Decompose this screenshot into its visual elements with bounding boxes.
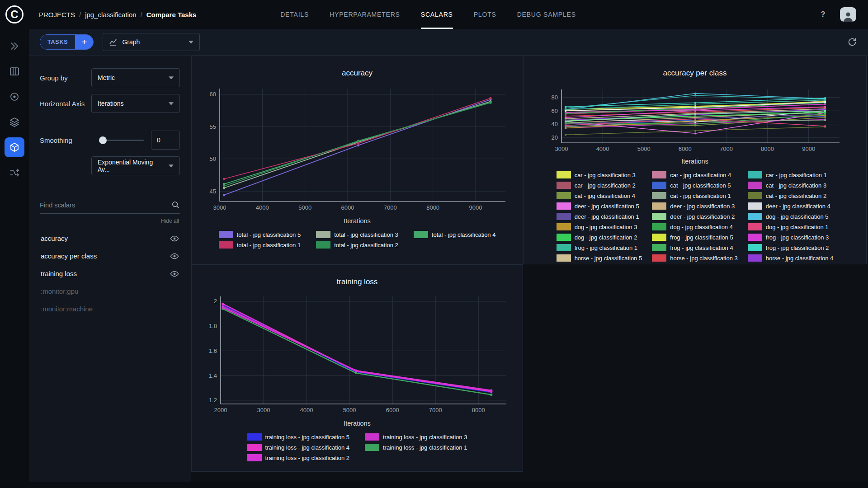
legend-label: dog - jpg classification 4 — [670, 224, 733, 230]
tab-scalars[interactable]: SCALARS — [421, 0, 453, 29]
legend-item[interactable]: dog - jpg classification 1 — [748, 223, 834, 230]
search-input[interactable] — [40, 202, 171, 209]
horizontal-axis-select[interactable]: Iterations — [91, 94, 180, 113]
help-icon[interactable]: ? — [817, 9, 829, 21]
accuracy-per-class-line-chart[interactable]: 300040005000600070008000900020406080 — [539, 83, 851, 155]
x-axis-label: Iterations — [524, 158, 866, 165]
tasks-button-label[interactable]: TASKS — [40, 35, 75, 49]
legend-item[interactable]: total - jpg classification 4 — [414, 231, 496, 238]
legend-item[interactable]: deer - jpg classification 4 — [748, 202, 834, 210]
legend-item[interactable]: dog - jpg classification 3 — [557, 223, 642, 230]
chevron-down-icon — [189, 41, 193, 44]
legend-item[interactable]: horse - jpg classification 4 — [748, 254, 834, 262]
legend-item[interactable]: training loss - jpg classification 1 — [365, 444, 467, 451]
legend-swatch — [219, 241, 233, 249]
smoothing-label: Smoothing — [40, 136, 72, 144]
add-task-button[interactable]: + — [75, 35, 93, 49]
legend-item[interactable]: cat - jpg classification 1 — [652, 192, 738, 199]
horizontal-scrollbar[interactable] — [0, 482, 868, 488]
group-by-select[interactable]: Metric — [91, 68, 180, 87]
legend-label: training loss - jpg classification 5 — [265, 434, 349, 441]
legend-item[interactable]: deer - jpg classification 3 — [652, 202, 738, 210]
user-avatar[interactable] — [840, 7, 856, 22]
svg-text:40: 40 — [552, 121, 558, 127]
scalar-item[interactable]: accuracy per class — [40, 247, 180, 265]
legend-item[interactable]: frog - jpg classification 5 — [652, 234, 738, 241]
legend-item[interactable]: deer - jpg classification 2 — [652, 213, 738, 220]
view-mode-select[interactable]: Graph — [103, 33, 200, 51]
legend-item[interactable]: horse - jpg classification 3 — [652, 254, 738, 262]
scalar-item[interactable]: training loss — [40, 265, 180, 282]
legend-item[interactable]: training loss - jpg classification 3 — [365, 433, 467, 441]
smoothing-slider[interactable] — [100, 140, 144, 141]
breadcrumb-separator: / — [141, 11, 142, 19]
tasks-button[interactable]: TASKS + — [40, 34, 94, 50]
accuracy-chart-card: accuracy 3000400050006000700080009000455… — [191, 56, 523, 264]
legend-label: training loss - jpg classification 1 — [383, 444, 467, 451]
legend-item[interactable]: dog - jpg classification 2 — [557, 234, 642, 241]
legend-item[interactable]: training loss - jpg classification 2 — [247, 454, 349, 461]
accuracy-line-chart[interactable]: 300040005000600070008000900045505560 — [199, 83, 515, 215]
legend-item[interactable]: dog - jpg classification 5 — [748, 213, 834, 220]
reports-icon[interactable] — [5, 112, 24, 132]
top-header: C PROJECTS / jpg_classification / Compar… — [0, 0, 868, 29]
search-icon[interactable] — [171, 201, 180, 209]
datasets-icon[interactable] — [5, 61, 24, 81]
legend-item[interactable]: frog - jpg classification 2 — [748, 244, 834, 251]
legend-label: deer - jpg classification 1 — [575, 213, 639, 220]
legend-item[interactable]: car - jpg classification 4 — [652, 171, 738, 178]
tab-debug-samples[interactable]: DEBUG SAMPLES — [517, 0, 576, 29]
visibility-eye-icon[interactable] — [170, 253, 179, 259]
legend-item[interactable]: car - jpg classification 2 — [557, 182, 642, 189]
svg-text:7000: 7000 — [429, 407, 442, 413]
breadcrumb-project-name[interactable]: jpg_classification — [85, 11, 136, 19]
legend-item[interactable]: horse - jpg classification 5 — [557, 254, 642, 262]
visibility-eye-icon[interactable] — [170, 235, 179, 242]
breadcrumb-projects[interactable]: PROJECTS — [39, 11, 75, 19]
legend-item[interactable]: training loss - jpg classification 4 — [247, 444, 349, 451]
smoothing-type-select[interactable]: Exponential Moving Av... — [91, 156, 180, 175]
legend-item[interactable]: training loss - jpg classification 5 — [247, 433, 349, 441]
legend-label: training loss - jpg classification 2 — [265, 455, 349, 461]
svg-text:1.8: 1.8 — [209, 323, 217, 329]
tab-plots[interactable]: PLOTS — [474, 0, 496, 29]
applications-icon[interactable] — [5, 137, 24, 157]
legend-item[interactable]: deer - jpg classification 5 — [557, 202, 642, 210]
svg-text:1.4: 1.4 — [209, 372, 217, 379]
scalar-item[interactable]: accuracy — [40, 230, 180, 247]
tab-hyperparameters[interactable]: HYPERPARAMETERS — [330, 0, 400, 29]
clearml-logo[interactable]: C — [0, 5, 29, 23]
legend-item[interactable]: cat - jpg classification 5 — [652, 182, 738, 189]
scalar-item[interactable]: :monitor:gpu — [40, 282, 180, 300]
projects-icon[interactable] — [5, 36, 24, 56]
tab-details[interactable]: DETAILS — [280, 0, 309, 29]
legend-item[interactable]: dog - jpg classification 4 — [652, 223, 738, 230]
legend-item[interactable]: total - jpg classification 2 — [316, 241, 398, 249]
legend-item[interactable]: car - jpg classification 3 — [557, 171, 642, 178]
refresh-icon[interactable] — [847, 37, 857, 47]
training-loss-line-chart[interactable]: 20003000400050006000700080001.21.41.61.8… — [199, 292, 515, 418]
legend-item[interactable]: frog - jpg classification 3 — [748, 234, 834, 241]
smoothing-value-input[interactable] — [151, 131, 180, 150]
legend-item[interactable]: cat - jpg classification 3 — [748, 182, 834, 189]
legend-item[interactable]: total - jpg classification 5 — [219, 231, 301, 238]
svg-text:5000: 5000 — [298, 204, 311, 211]
legend-item[interactable]: frog - jpg classification 1 — [557, 244, 642, 251]
legend-item[interactable]: cat - jpg classification 4 — [557, 192, 642, 199]
legend-label: dog - jpg classification 3 — [575, 224, 637, 230]
breadcrumb-compare-tasks[interactable]: Compare Tasks — [146, 11, 197, 19]
person-icon — [843, 11, 854, 22]
legend-item[interactable]: cat - jpg classification 2 — [748, 192, 834, 199]
visibility-eye-icon[interactable] — [170, 271, 179, 277]
legend-item[interactable]: total - jpg classification 1 — [219, 241, 301, 249]
legend-item[interactable]: car - jpg classification 1 — [748, 171, 834, 178]
legend-item[interactable]: frog - jpg classification 4 — [652, 244, 738, 251]
svg-text:55: 55 — [210, 123, 216, 130]
smoothing-slider-thumb[interactable] — [99, 136, 107, 144]
scalar-item[interactable]: :monitor:machine — [40, 300, 180, 318]
hide-all-button[interactable]: Hide all — [40, 218, 179, 224]
orchestration-icon[interactable] — [5, 163, 24, 183]
legend-item[interactable]: deer - jpg classification 1 — [557, 213, 642, 220]
models-icon[interactable] — [5, 87, 24, 107]
legend-item[interactable]: total - jpg classification 3 — [316, 231, 398, 238]
